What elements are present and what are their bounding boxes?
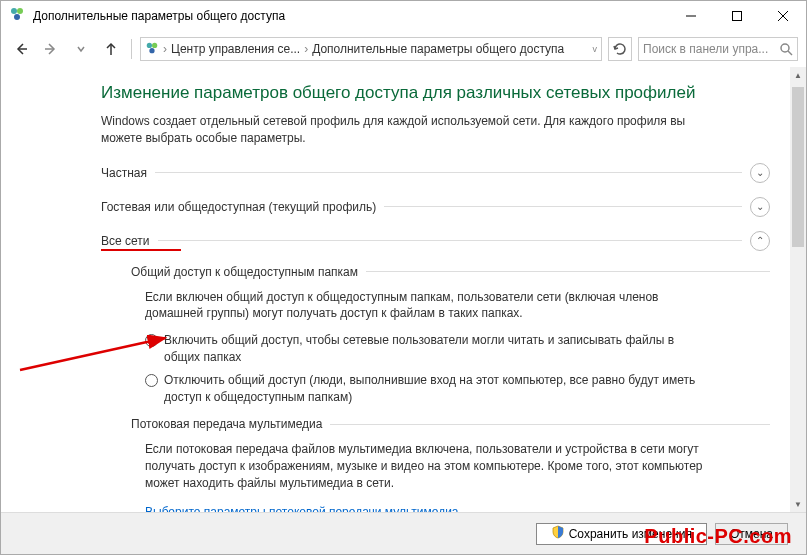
section-all-networks[interactable]: Все сети ⌃: [101, 231, 770, 251]
search-placeholder: Поиск в панели упра...: [643, 42, 780, 56]
section-private[interactable]: Частная ⌄: [101, 163, 770, 183]
search-icon: [780, 43, 793, 56]
titlebar: Дополнительные параметры общего доступа: [1, 1, 806, 31]
content-area: Изменение параметров общего доступа для …: [1, 67, 790, 512]
svg-point-10: [147, 42, 152, 47]
svg-rect-4: [733, 12, 742, 21]
chevron-right-icon: ›: [163, 42, 167, 56]
svg-point-12: [149, 48, 154, 53]
section-guest[interactable]: Гостевая или общедоступная (текущий проф…: [101, 197, 770, 217]
group-title: Потоковая передача мультимедиа: [131, 417, 322, 431]
radio-icon[interactable]: [145, 374, 158, 387]
minimize-button[interactable]: [668, 1, 714, 31]
media-options-link[interactable]: Выберите параметры потоковой передачи му…: [145, 505, 469, 512]
vertical-scrollbar[interactable]: ▲ ▼: [790, 67, 806, 512]
radio-enable-sharing[interactable]: Включить общий доступ, чтобы сетевые пол…: [145, 332, 705, 366]
radio-label: Отключить общий доступ (люди, выполнивши…: [164, 372, 705, 406]
radio-label: Включить общий доступ, чтобы сетевые пол…: [164, 332, 705, 366]
section-label: Все сети: [101, 234, 150, 248]
breadcrumb-item[interactable]: Центр управления се...: [171, 42, 300, 56]
scroll-down-icon[interactable]: ▼: [790, 496, 806, 512]
radio-icon[interactable]: [145, 334, 158, 347]
breadcrumb-item[interactable]: Дополнительные параметры общего доступа: [312, 42, 564, 56]
group-public-folder-sharing: Общий доступ к общедоступным папкам Если…: [131, 265, 770, 406]
chevron-down-icon[interactable]: ⌄: [750, 163, 770, 183]
up-button[interactable]: [99, 37, 123, 61]
chevron-down-icon[interactable]: ⌄: [750, 197, 770, 217]
chevron-up-icon[interactable]: ⌃: [750, 231, 770, 251]
watermark: Public-PC.com: [644, 525, 792, 548]
group-description: Если потоковая передача файлов мультимед…: [145, 441, 705, 491]
divider: [330, 424, 770, 425]
back-button[interactable]: [9, 37, 33, 61]
maximize-button[interactable]: [714, 1, 760, 31]
app-icon: [9, 6, 25, 26]
navbar: › Центр управления се... › Дополнительны…: [1, 31, 806, 67]
section-label: Частная: [101, 166, 147, 180]
address-bar[interactable]: › Центр управления се... › Дополнительны…: [140, 37, 602, 61]
refresh-button[interactable]: [608, 37, 632, 61]
svg-point-13: [781, 44, 789, 52]
window-title: Дополнительные параметры общего доступа: [33, 9, 668, 23]
recent-dropdown[interactable]: [69, 37, 93, 61]
chevron-right-icon: ›: [304, 42, 308, 56]
group-title: Общий доступ к общедоступным папкам: [131, 265, 358, 279]
svg-point-1: [17, 8, 23, 14]
divider: [384, 206, 742, 207]
section-label: Гостевая или общедоступная (текущий проф…: [101, 200, 376, 214]
address-icon: [145, 41, 159, 58]
forward-button[interactable]: [39, 37, 63, 61]
group-description: Если включен общий доступ к общедоступны…: [145, 289, 705, 323]
svg-line-14: [788, 51, 792, 55]
search-input[interactable]: Поиск в панели упра...: [638, 37, 798, 61]
page-heading: Изменение параметров общего доступа для …: [101, 83, 770, 103]
address-dropdown-icon[interactable]: v: [593, 44, 598, 54]
divider: [158, 240, 743, 241]
group-media-streaming: Потоковая передача мультимедиа Если пото…: [131, 417, 770, 512]
svg-point-0: [11, 8, 17, 14]
svg-point-2: [14, 14, 20, 20]
page-description: Windows создает отдельный сетевой профил…: [101, 113, 721, 147]
radio-disable-sharing[interactable]: Отключить общий доступ (люди, выполнивши…: [145, 372, 705, 406]
divider: [155, 172, 742, 173]
scroll-up-icon[interactable]: ▲: [790, 67, 806, 83]
close-button[interactable]: [760, 1, 806, 31]
separator: [131, 39, 132, 59]
shield-icon: [551, 525, 565, 542]
svg-point-11: [152, 42, 157, 47]
divider: [366, 271, 770, 272]
scroll-thumb[interactable]: [792, 87, 804, 247]
